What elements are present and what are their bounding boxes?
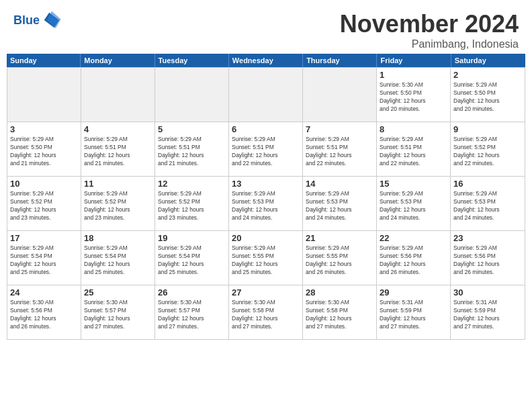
- weekday-header: Saturday: [451, 54, 525, 67]
- logo-icon: [42, 10, 62, 30]
- day-number: 29: [380, 287, 447, 298]
- calendar-cell: 8Sunrise: 5:29 AM Sunset: 5:51 PM Daylig…: [377, 122, 451, 176]
- day-number: 16: [453, 179, 522, 189]
- day-number: 12: [158, 179, 226, 189]
- calendar-cell: 25Sunrise: 5:30 AM Sunset: 5:57 PM Dayli…: [81, 285, 155, 339]
- day-info: Sunrise: 5:29 AM Sunset: 5:55 PM Dayligh…: [232, 244, 300, 277]
- calendar-cell: 3Sunrise: 5:29 AM Sunset: 5:50 PM Daylig…: [7, 122, 81, 176]
- day-number: 15: [380, 179, 447, 189]
- day-info: Sunrise: 5:29 AM Sunset: 5:51 PM Dayligh…: [158, 136, 226, 168]
- calendar-cell: 21Sunrise: 5:29 AM Sunset: 5:55 PM Dayli…: [303, 231, 377, 285]
- calendar-row: 3Sunrise: 5:29 AM Sunset: 5:50 PM Daylig…: [7, 122, 525, 176]
- calendar-cell: 16Sunrise: 5:29 AM Sunset: 5:53 PM Dayli…: [451, 177, 525, 230]
- day-info: Sunrise: 5:29 AM Sunset: 5:56 PM Dayligh…: [380, 244, 447, 277]
- day-info: Sunrise: 5:29 AM Sunset: 5:52 PM Dayligh…: [84, 190, 152, 222]
- day-info: Sunrise: 5:30 AM Sunset: 5:58 PM Dayligh…: [306, 299, 373, 331]
- day-info: Sunrise: 5:29 AM Sunset: 5:53 PM Dayligh…: [306, 190, 373, 222]
- calendar-row: 17Sunrise: 5:29 AM Sunset: 5:54 PM Dayli…: [7, 230, 525, 285]
- month-title: November 2024: [340, 10, 519, 38]
- calendar-cell: 15Sunrise: 5:29 AM Sunset: 5:53 PM Dayli…: [377, 177, 451, 230]
- day-info: Sunrise: 5:29 AM Sunset: 5:52 PM Dayligh…: [453, 136, 522, 168]
- calendar-cell: 26Sunrise: 5:30 AM Sunset: 5:57 PM Dayli…: [155, 285, 229, 339]
- day-info: Sunrise: 5:29 AM Sunset: 5:55 PM Dayligh…: [306, 244, 373, 277]
- day-info: Sunrise: 5:30 AM Sunset: 5:57 PM Dayligh…: [84, 299, 152, 331]
- day-number: 24: [10, 287, 78, 298]
- day-info: Sunrise: 5:29 AM Sunset: 5:51 PM Dayligh…: [84, 136, 152, 168]
- day-number: 19: [158, 233, 226, 243]
- calendar-cell: 11Sunrise: 5:29 AM Sunset: 5:52 PM Dayli…: [81, 177, 155, 230]
- calendar-cell: [303, 68, 377, 122]
- day-number: 2: [453, 70, 522, 80]
- day-info: Sunrise: 5:29 AM Sunset: 5:53 PM Dayligh…: [453, 190, 522, 222]
- calendar-cell: [7, 68, 81, 122]
- day-number: 27: [232, 287, 300, 298]
- calendar-cell: 14Sunrise: 5:29 AM Sunset: 5:53 PM Dayli…: [303, 177, 377, 230]
- calendar-cell: 2Sunrise: 5:29 AM Sunset: 5:50 PM Daylig…: [451, 68, 525, 122]
- day-number: 18: [84, 233, 152, 243]
- calendar-cell: 28Sunrise: 5:30 AM Sunset: 5:58 PM Dayli…: [303, 285, 377, 339]
- calendar-cell: 9Sunrise: 5:29 AM Sunset: 5:52 PM Daylig…: [451, 122, 525, 176]
- weekday-header: Monday: [81, 54, 154, 67]
- day-number: 25: [84, 287, 152, 298]
- calendar-header: SundayMondayTuesdayWednesdayThursdayFrid…: [7, 54, 525, 67]
- logo-blue: Blue: [13, 14, 40, 26]
- day-number: 13: [232, 179, 300, 189]
- header: Blue November 2024 Panimbang, Indonesia: [0, 0, 532, 54]
- day-number: 10: [10, 179, 78, 189]
- calendar-cell: 18Sunrise: 5:29 AM Sunset: 5:54 PM Dayli…: [81, 231, 155, 285]
- weekday-header: Friday: [377, 54, 451, 67]
- day-info: Sunrise: 5:31 AM Sunset: 5:59 PM Dayligh…: [453, 299, 522, 331]
- calendar-cell: 20Sunrise: 5:29 AM Sunset: 5:55 PM Dayli…: [229, 231, 303, 285]
- day-number: 11: [84, 179, 152, 189]
- calendar-body: 1Sunrise: 5:30 AM Sunset: 5:50 PM Daylig…: [7, 67, 525, 340]
- calendar-cell: 12Sunrise: 5:29 AM Sunset: 5:52 PM Dayli…: [155, 177, 229, 230]
- calendar-cell: 13Sunrise: 5:29 AM Sunset: 5:53 PM Dayli…: [229, 177, 303, 230]
- calendar-cell: [81, 68, 155, 122]
- day-number: 17: [10, 233, 78, 243]
- calendar-cell: 10Sunrise: 5:29 AM Sunset: 5:52 PM Dayli…: [7, 177, 81, 230]
- day-info: Sunrise: 5:29 AM Sunset: 5:53 PM Dayligh…: [380, 190, 447, 222]
- day-info: Sunrise: 5:31 AM Sunset: 5:59 PM Dayligh…: [380, 299, 447, 331]
- weekday-header: Thursday: [303, 54, 377, 67]
- day-info: Sunrise: 5:29 AM Sunset: 5:53 PM Dayligh…: [232, 190, 300, 222]
- calendar-cell: 6Sunrise: 5:29 AM Sunset: 5:51 PM Daylig…: [229, 122, 303, 176]
- day-info: Sunrise: 5:29 AM Sunset: 5:50 PM Dayligh…: [453, 81, 522, 113]
- day-number: 14: [306, 179, 373, 189]
- calendar-row: 10Sunrise: 5:29 AM Sunset: 5:52 PM Dayli…: [7, 176, 525, 230]
- calendar-cell: 1Sunrise: 5:30 AM Sunset: 5:50 PM Daylig…: [377, 68, 451, 122]
- day-number: 26: [158, 287, 226, 298]
- day-info: Sunrise: 5:30 AM Sunset: 5:50 PM Dayligh…: [380, 81, 447, 113]
- day-info: Sunrise: 5:30 AM Sunset: 5:58 PM Dayligh…: [232, 299, 300, 331]
- calendar-cell: [229, 68, 303, 122]
- day-number: 6: [232, 124, 300, 134]
- day-number: 8: [380, 124, 447, 134]
- day-info: Sunrise: 5:29 AM Sunset: 5:54 PM Dayligh…: [84, 244, 152, 277]
- day-info: Sunrise: 5:29 AM Sunset: 5:52 PM Dayligh…: [10, 190, 78, 222]
- day-number: 1: [380, 70, 447, 80]
- day-number: 30: [453, 287, 522, 298]
- calendar-cell: 7Sunrise: 5:29 AM Sunset: 5:51 PM Daylig…: [303, 122, 377, 176]
- title-block: November 2024 Panimbang, Indonesia: [340, 10, 519, 50]
- calendar-cell: 24Sunrise: 5:30 AM Sunset: 5:56 PM Dayli…: [7, 285, 81, 339]
- day-info: Sunrise: 5:29 AM Sunset: 5:54 PM Dayligh…: [10, 244, 78, 277]
- day-info: Sunrise: 5:29 AM Sunset: 5:51 PM Dayligh…: [380, 136, 447, 168]
- day-number: 4: [84, 124, 152, 134]
- day-number: 23: [453, 233, 522, 243]
- calendar-cell: 4Sunrise: 5:29 AM Sunset: 5:51 PM Daylig…: [81, 122, 155, 176]
- calendar-cell: 29Sunrise: 5:31 AM Sunset: 5:59 PM Dayli…: [377, 285, 451, 339]
- calendar-cell: 27Sunrise: 5:30 AM Sunset: 5:58 PM Dayli…: [229, 285, 303, 339]
- day-info: Sunrise: 5:29 AM Sunset: 5:50 PM Dayligh…: [10, 136, 78, 168]
- calendar-cell: 30Sunrise: 5:31 AM Sunset: 5:59 PM Dayli…: [451, 285, 525, 339]
- calendar-cell: 17Sunrise: 5:29 AM Sunset: 5:54 PM Dayli…: [7, 231, 81, 285]
- day-info: Sunrise: 5:29 AM Sunset: 5:52 PM Dayligh…: [158, 190, 226, 222]
- day-info: Sunrise: 5:29 AM Sunset: 5:51 PM Dayligh…: [306, 136, 373, 168]
- weekday-header: Sunday: [7, 54, 81, 67]
- day-info: Sunrise: 5:29 AM Sunset: 5:56 PM Dayligh…: [453, 244, 522, 277]
- calendar-cell: 23Sunrise: 5:29 AM Sunset: 5:56 PM Dayli…: [451, 231, 525, 285]
- day-number: 7: [306, 124, 373, 134]
- weekday-header: Tuesday: [155, 54, 229, 67]
- day-info: Sunrise: 5:29 AM Sunset: 5:51 PM Dayligh…: [232, 136, 300, 168]
- weekday-header: Wednesday: [229, 54, 303, 67]
- day-info: Sunrise: 5:30 AM Sunset: 5:57 PM Dayligh…: [158, 299, 226, 331]
- day-number: 5: [158, 124, 226, 134]
